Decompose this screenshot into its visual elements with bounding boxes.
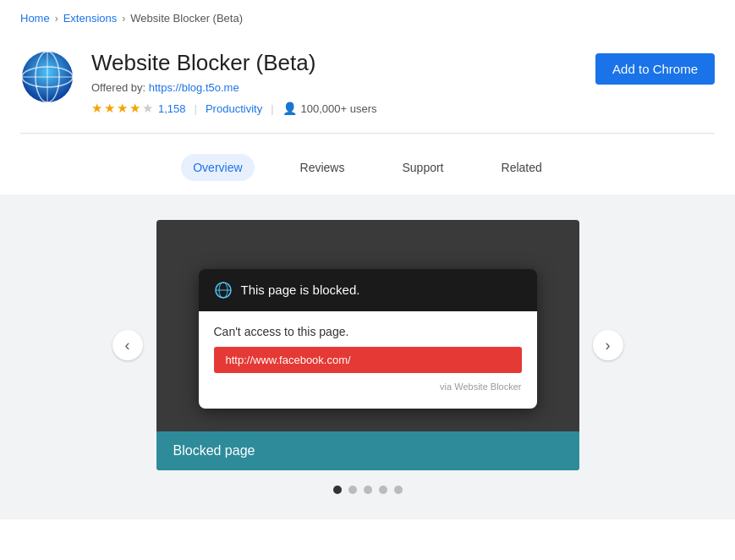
blocked-ui-mockup: This page is blocked. Can't access to th… (199, 269, 537, 409)
dot-3[interactable] (364, 486, 372, 494)
blocked-body-text: Can't access to this page. (214, 325, 522, 338)
blocked-url-bar: http://www.facebook.com/ (214, 347, 522, 373)
carousel-section: ‹ This page is blocked. Can't access to … (0, 195, 735, 519)
dot-5[interactable] (394, 486, 403, 494)
extension-icon (20, 50, 74, 104)
breadcrumb-sep-2: › (122, 13, 125, 25)
breadcrumb-home[interactable]: Home (20, 12, 50, 25)
meta-divider-1: | (195, 102, 197, 115)
carousel-prev[interactable]: ‹ (112, 330, 143, 360)
breadcrumb-sep-1: › (55, 13, 58, 25)
breadcrumb-extensions[interactable]: Extensions (63, 12, 118, 25)
star-1: ★ (91, 101, 102, 116)
tabs: Overview Reviews Support Related (0, 142, 735, 181)
star-4: ★ (129, 101, 140, 116)
star-rating: ★ ★ ★ ★ ★ (91, 101, 153, 116)
offered-by-link[interactable]: https://blog.t5o.me (149, 81, 239, 94)
blocked-header-icon (214, 281, 233, 299)
category-link[interactable]: Productivity (206, 102, 262, 115)
star-3: ★ (117, 101, 128, 116)
slide-content: This page is blocked. Can't access to th… (156, 220, 579, 431)
carousel-wrapper: ‹ This page is blocked. Can't access to … (0, 220, 735, 470)
via-label: via Website Blocker (214, 382, 522, 395)
breadcrumb: Home › Extensions › Website Blocker (Bet… (0, 0, 735, 36)
blocked-title: This page is blocked. (241, 283, 360, 297)
tab-support[interactable]: Support (390, 154, 455, 181)
carousel-next[interactable]: › (593, 330, 623, 360)
breadcrumb-current: Website Blocker (Beta) (130, 12, 243, 25)
dot-1[interactable] (333, 486, 342, 494)
blocked-body: Can't access to this page. http://www.fa… (199, 311, 537, 409)
blocked-header: This page is blocked. (199, 269, 537, 311)
add-to-chrome-button[interactable]: Add to Chrome (595, 53, 715, 85)
tabs-section: Overview Reviews Support Related (0, 134, 735, 195)
users-count: 100,000+ users (301, 102, 377, 115)
users-info: 👤 100,000+ users (282, 102, 377, 115)
dot-2[interactable] (348, 486, 357, 494)
dot-4[interactable] (379, 486, 387, 494)
tab-reviews[interactable]: Reviews (288, 154, 357, 181)
star-2: ★ (104, 101, 115, 116)
tab-related[interactable]: Related (490, 154, 554, 181)
meta-divider-2: | (271, 102, 273, 115)
meta-row: ★ ★ ★ ★ ★ 1,158 | Productivity | 👤 100,0… (91, 101, 715, 116)
carousel-slide: This page is blocked. Can't access to th… (156, 220, 579, 470)
tab-overview[interactable]: Overview (181, 154, 254, 181)
star-5: ★ (142, 101, 153, 116)
slide-caption: Blocked page (156, 431, 579, 470)
extension-header: Website Blocker (Beta) Offered by: https… (0, 36, 735, 133)
users-icon: 👤 (282, 102, 297, 115)
carousel-dots (333, 486, 403, 494)
review-count[interactable]: 1,158 (158, 102, 186, 115)
